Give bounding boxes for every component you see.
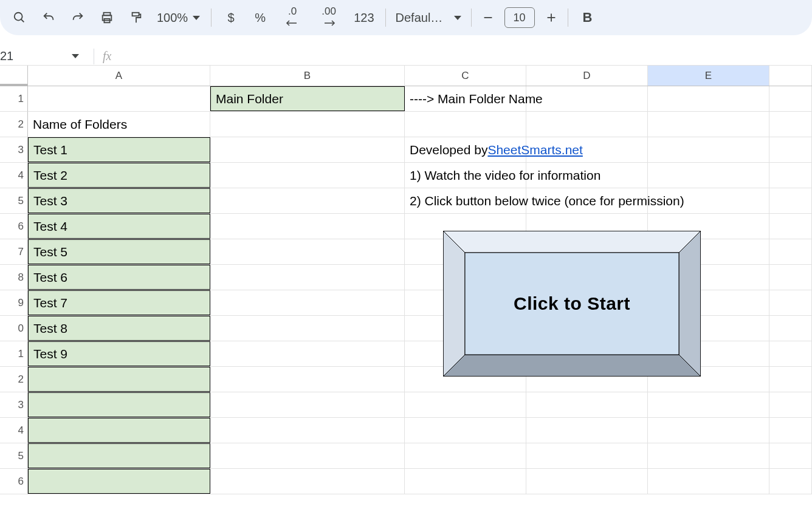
- col-header-A[interactable]: A: [28, 66, 210, 86]
- cell[interactable]: [769, 163, 812, 188]
- cell-A5[interactable]: Test 3: [28, 188, 210, 213]
- paint-format-icon[interactable]: [123, 5, 150, 30]
- decrease-font-size-button[interactable]: [478, 5, 498, 30]
- cell-A14[interactable]: [28, 418, 210, 443]
- cell-B1[interactable]: Main Folder: [210, 86, 405, 111]
- cell[interactable]: [769, 290, 812, 315]
- col-header-extra[interactable]: [769, 66, 812, 86]
- col-header-E[interactable]: E: [648, 66, 769, 86]
- row-header[interactable]: 1: [0, 341, 28, 367]
- cell-E2[interactable]: [648, 112, 769, 137]
- cell[interactable]: [769, 367, 812, 392]
- cell-A16[interactable]: [28, 469, 210, 494]
- cell[interactable]: [769, 341, 812, 366]
- cell-E5[interactable]: [648, 188, 769, 213]
- row-header[interactable]: 1: [0, 86, 28, 112]
- row-header[interactable]: 7: [0, 239, 28, 265]
- cell[interactable]: [526, 469, 648, 494]
- cell-D3[interactable]: [526, 137, 648, 162]
- cell-A13[interactable]: [28, 392, 210, 417]
- cell-A3[interactable]: Test 1: [28, 137, 210, 162]
- cell[interactable]: [210, 341, 405, 366]
- cell-C3[interactable]: Developed by SheetSmarts.net: [405, 137, 526, 162]
- row-header[interactable]: 3: [0, 392, 28, 418]
- col-header-C[interactable]: C: [405, 66, 526, 86]
- cell[interactable]: [769, 112, 812, 137]
- cell[interactable]: [210, 290, 405, 315]
- cell-E1[interactable]: [648, 86, 769, 111]
- cell-A10[interactable]: Test 8: [28, 316, 210, 341]
- row-header[interactable]: 8: [0, 265, 28, 290]
- increase-decimal-button[interactable]: .00: [311, 5, 346, 30]
- cell[interactable]: [769, 214, 812, 239]
- cell[interactable]: [769, 265, 812, 290]
- cell[interactable]: [526, 418, 648, 443]
- cell[interactable]: [769, 316, 812, 341]
- cell-C4[interactable]: 1) Watch the video for information: [405, 163, 526, 188]
- cell[interactable]: [648, 443, 769, 468]
- cell-C2[interactable]: [405, 112, 526, 137]
- cell[interactable]: [405, 418, 526, 443]
- cell[interactable]: [769, 137, 812, 162]
- cell-C1[interactable]: ----> Main Folder Name: [405, 86, 526, 111]
- redo-icon[interactable]: [64, 5, 91, 30]
- row-header[interactable]: 5: [0, 188, 28, 214]
- cell[interactable]: [769, 418, 812, 443]
- cell[interactable]: [648, 469, 769, 494]
- cell-A11[interactable]: Test 9: [28, 341, 210, 366]
- currency-button[interactable]: $: [218, 5, 244, 30]
- cell-B3[interactable]: [210, 137, 405, 162]
- cell[interactable]: [526, 392, 648, 417]
- click-to-start-button[interactable]: Click to Start: [443, 231, 701, 377]
- cell[interactable]: [210, 367, 405, 392]
- decrease-decimal-button[interactable]: .0: [276, 5, 309, 30]
- font-family-select[interactable]: Defaul…: [392, 11, 465, 25]
- cell-A6[interactable]: Test 4: [28, 214, 210, 239]
- col-header-B[interactable]: B: [210, 66, 405, 86]
- cell[interactable]: [210, 418, 405, 443]
- cell-B5[interactable]: [210, 188, 405, 213]
- row-header[interactable]: 6: [0, 469, 28, 494]
- cell-A7[interactable]: Test 5: [28, 239, 210, 264]
- cell[interactable]: [405, 443, 526, 468]
- undo-icon[interactable]: [35, 5, 62, 30]
- cell-A4[interactable]: Test 2: [28, 163, 210, 188]
- cell[interactable]: [210, 392, 405, 417]
- cell[interactable]: [210, 214, 405, 239]
- cell[interactable]: [210, 443, 405, 468]
- cell-D1[interactable]: [526, 86, 648, 111]
- name-box[interactable]: 21: [0, 49, 85, 63]
- cell-C5[interactable]: 2) Click button below twice (once for pe…: [405, 188, 526, 213]
- percent-button[interactable]: %: [247, 5, 274, 30]
- select-all-corner[interactable]: [0, 66, 28, 86]
- cell-A15[interactable]: [28, 443, 210, 468]
- cell-A9[interactable]: Test 7: [28, 290, 210, 315]
- cell-D2[interactable]: [526, 112, 648, 137]
- cell[interactable]: [769, 443, 812, 468]
- row-header[interactable]: 2: [0, 367, 28, 392]
- bold-button[interactable]: B: [574, 10, 601, 26]
- increase-font-size-button[interactable]: [541, 5, 562, 30]
- row-header[interactable]: 6: [0, 214, 28, 239]
- cell[interactable]: [769, 392, 812, 417]
- row-header[interactable]: 3: [0, 137, 28, 163]
- cell-A1[interactable]: [28, 86, 210, 111]
- cell-A2[interactable]: Name of Folders: [28, 112, 210, 137]
- cell-E3[interactable]: [648, 137, 769, 162]
- cell[interactable]: [405, 469, 526, 494]
- print-icon[interactable]: [94, 5, 120, 30]
- cell-B4[interactable]: [210, 163, 405, 188]
- cell[interactable]: [648, 418, 769, 443]
- zoom-select[interactable]: 100%: [152, 11, 205, 25]
- cell-E4[interactable]: [648, 163, 769, 188]
- formula-input[interactable]: [111, 47, 812, 65]
- cell-D5[interactable]: [526, 188, 648, 213]
- row-header[interactable]: 4: [0, 163, 28, 188]
- row-header[interactable]: 4: [0, 418, 28, 443]
- cell-A12[interactable]: [28, 367, 210, 392]
- row-header[interactable]: 5: [0, 443, 28, 469]
- cell[interactable]: [210, 316, 405, 341]
- col-header-D[interactable]: D: [526, 66, 648, 86]
- search-icon[interactable]: [6, 5, 33, 30]
- cell[interactable]: [769, 469, 812, 494]
